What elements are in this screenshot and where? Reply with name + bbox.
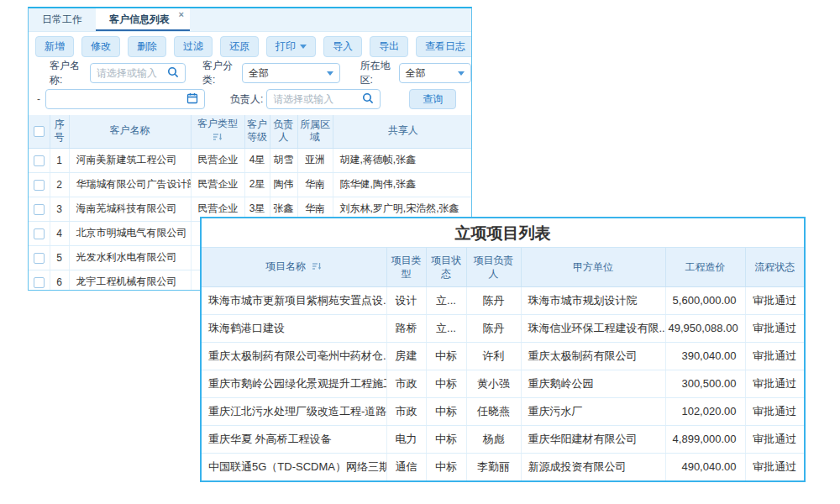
project-name-link[interactable]: 珠海鹤港口建设 (202, 314, 386, 342)
restore-button[interactable]: 还原 (220, 36, 259, 57)
customer-name-link[interactable]: 河南美新建筑工程公司 (69, 148, 191, 172)
cell-client: 珠海市城市规划设计院 (521, 286, 665, 314)
page-title: 立项项目列表 (202, 218, 804, 248)
filter-row-2: - 负责人: 请选择或输入 查询 (29, 89, 471, 109)
region-select[interactable]: 全部 (399, 63, 471, 83)
project-name-link[interactable]: 重庆江北污水处理厂级改造工程-道路... (202, 397, 386, 425)
cell-type: 电力 (386, 425, 426, 453)
flow-status-link[interactable]: 审批通过 (745, 370, 804, 397)
customer-name-placeholder: 请选择或输入 (97, 66, 157, 81)
row-checkbox[interactable] (34, 180, 45, 191)
manager-link[interactable]: 李勤丽 (466, 453, 521, 480)
row-checkbox[interactable] (34, 155, 45, 166)
table-row: 重庆市鹅岭公园绿化景观提升工程施工 市政 中标 黄小强 重庆鹅岭公园 300,5… (202, 370, 804, 397)
manager-link[interactable]: 黄小强 (466, 370, 521, 397)
view-log-button[interactable]: 查看日志 (416, 36, 472, 57)
row-checkbox[interactable] (34, 204, 45, 215)
cell-region: 华南 (297, 172, 333, 197)
col-cost: 工程造价 (665, 248, 745, 286)
add-button[interactable]: 新增 (35, 36, 74, 57)
customer-category-value: 全部 (249, 66, 269, 81)
query-button[interactable]: 查询 (409, 89, 456, 109)
col-customer-name: 客户名称 (69, 115, 191, 148)
table-row: 重庆江北污水处理厂级改造工程-道路... 市政 中标 任晓燕 重庆污水厂 102… (202, 397, 804, 425)
cell-cost: 102,020.00 (665, 397, 745, 425)
col-project-status: 项目状态 (426, 248, 466, 286)
chevron-down-icon (300, 45, 307, 49)
sort-icon[interactable] (312, 260, 322, 274)
cell-no: 2 (50, 172, 69, 197)
tab-customer-info-list[interactable]: 客户信息列表 × (96, 8, 190, 31)
customer-name-link[interactable]: 华瑞城有限公司广告设计部 (69, 172, 191, 197)
project-name-link[interactable]: 重庆市鹅岭公园绿化景观提升工程施工 (202, 370, 386, 397)
manager-link[interactable]: 任晓燕 (466, 397, 521, 425)
cell-cost: 300,500.00 (665, 370, 745, 397)
customer-name-link[interactable]: 海南芜城科技有限公司 (69, 197, 191, 221)
delete-button[interactable]: 删除 (128, 36, 166, 57)
table-row: 1 河南美新建筑工程公司 民营企业 4星 胡雪 亚洲 胡建,蒋德帧,张鑫 (29, 148, 472, 172)
row-checkbox[interactable] (34, 253, 45, 264)
close-icon[interactable]: × (179, 8, 184, 20)
customer-category-label: 客户分类: (202, 59, 239, 87)
project-list-panel: 立项项目列表 项目名称 项目类型 项目状态 项目负责人 甲方单位 工程造价 流程… (200, 217, 806, 482)
flow-status-link[interactable]: 审批通过 (745, 397, 804, 425)
manager-filter-label: 负责人: (230, 92, 263, 107)
date-input[interactable] (45, 89, 205, 109)
manager-input[interactable]: 请选择或输入 (266, 89, 381, 109)
customer-name-input[interactable]: 请选择或输入 (90, 63, 186, 83)
manager-link[interactable]: 陈丹 (466, 314, 521, 342)
flow-status-link[interactable]: 审批通过 (745, 342, 804, 370)
calendar-icon[interactable] (186, 92, 198, 107)
sort-icon[interactable] (213, 132, 223, 145)
cell-cost: 5,600,000.00 (665, 286, 745, 314)
col-customer-grade: 客户等级 (244, 115, 270, 148)
tab-bar: 日常工作 客户信息列表 × (29, 8, 471, 32)
customer-category-select[interactable]: 全部 (242, 63, 340, 83)
cell-status: 中标 (426, 397, 466, 425)
project-name-link[interactable]: 重庆华夏 外高桥工程设备 (202, 425, 386, 453)
tab-daily-work[interactable]: 日常工作 (29, 8, 96, 31)
cell-type: 通信 (386, 453, 426, 480)
manager-link[interactable]: 杨彪 (466, 425, 521, 453)
tab-label: 客户信息列表 (109, 13, 170, 25)
filter-button[interactable]: 过滤 (174, 36, 213, 57)
search-icon[interactable] (167, 66, 179, 81)
export-button[interactable]: 导出 (370, 36, 408, 57)
search-icon[interactable] (362, 92, 374, 107)
manager-link[interactable]: 陶伟 (270, 172, 297, 197)
import-button[interactable]: 导入 (323, 36, 362, 57)
col-manager: 负责人 (270, 115, 297, 148)
project-name-link[interactable]: 珠海市城市更新项目紫桐苑安置点设... (202, 286, 386, 314)
cell-status: 立... (426, 286, 466, 314)
table-row: 重庆华夏 外高桥工程设备 电力 中标 杨彪 重庆华阳建材有限公司 4,899,0… (202, 425, 804, 453)
flow-status-link[interactable]: 审批通过 (745, 425, 804, 453)
cell-no: 1 (50, 148, 69, 172)
region-value: 全部 (406, 66, 426, 81)
flow-status-link[interactable]: 审批通过 (745, 453, 804, 480)
cell-shared: 陈华健,陶伟,张鑫 (333, 172, 472, 197)
cell-client: 重庆华阳建材有限公司 (521, 425, 665, 453)
select-all-checkbox[interactable] (34, 126, 45, 137)
flow-status-link[interactable]: 审批通过 (745, 314, 804, 342)
row-checkbox[interactable] (34, 228, 45, 239)
customer-name-link[interactable]: 龙宇工程机械有限公司 (69, 270, 191, 291)
col-customer-type[interactable]: 客户类型 (191, 115, 244, 148)
table-row: 中国联通5G（TD-SCDMA）网络三期... 通信 中标 李勤丽 新源成投资有… (202, 453, 804, 480)
cell-no: 4 (50, 221, 69, 245)
manager-link[interactable]: 许利 (466, 342, 521, 370)
flow-status-link[interactable]: 审批通过 (745, 286, 804, 314)
manager-link[interactable]: 胡雪 (270, 148, 297, 172)
col-project-name[interactable]: 项目名称 (202, 248, 386, 286)
row-checkbox[interactable] (34, 277, 45, 288)
customer-name-link[interactable]: 北京市明城电气有限公司 (69, 221, 191, 245)
print-button[interactable]: 打印 (266, 36, 316, 57)
cell-no: 3 (50, 197, 69, 221)
cell-status: 立... (426, 314, 466, 342)
edit-button[interactable]: 修改 (81, 36, 120, 57)
project-name-link[interactable]: 中国联通5G（TD-SCDMA）网络三期... (202, 453, 386, 480)
project-name-link[interactable]: 重庆太极制药有限公司亳州中药材仓... (202, 342, 386, 370)
table-row: 珠海市城市更新项目紫桐苑安置点设... 设计 立... 陈丹 珠海市城市规划设计… (202, 286, 804, 314)
customer-name-link[interactable]: 光发水利水电有限公司 (69, 245, 191, 270)
project-table: 项目名称 项目类型 项目状态 项目负责人 甲方单位 工程造价 流程状态 珠海市城… (202, 248, 804, 480)
manager-link[interactable]: 陈丹 (466, 286, 521, 314)
